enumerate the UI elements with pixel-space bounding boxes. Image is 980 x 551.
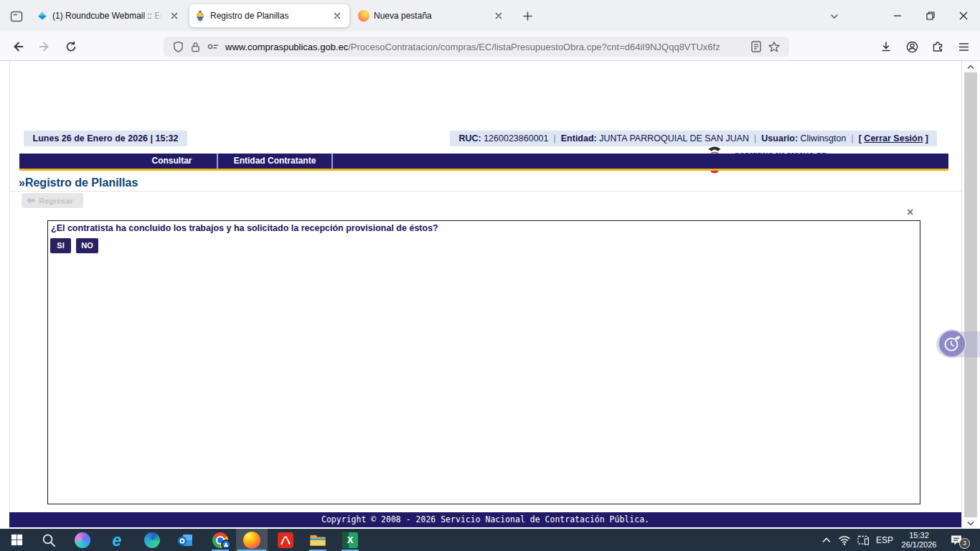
tray-display-button[interactable] — [854, 529, 872, 551]
minimize-icon — [893, 11, 902, 20]
tab-title: (1) Roundcube Webmail :: Entra — [52, 11, 163, 21]
main-menu: Consultar Entidad Contratante — [19, 154, 948, 169]
entity-value: JUNTA PARROQUIAL DE SAN JUAN — [599, 133, 749, 143]
tray-expand-button[interactable] — [818, 529, 835, 551]
gold-underline — [19, 169, 948, 171]
tray-clock[interactable]: 15:32 26/1/2026 — [897, 529, 941, 551]
bookmark-star-icon[interactable] — [768, 41, 780, 52]
chevron-up-icon — [822, 537, 831, 543]
file-explorer-icon — [309, 533, 326, 547]
reload-icon — [65, 41, 77, 52]
tray-date: 26/1/2026 — [897, 540, 941, 550]
menu-item-consultar[interactable]: Consultar — [127, 154, 217, 169]
extensions-puzzle-icon — [932, 41, 943, 52]
new-tab-button[interactable] — [518, 6, 537, 25]
taskbar: e X ESP 15:32 — [0, 529, 980, 551]
taskbar-firefox-button[interactable] — [236, 529, 268, 551]
start-button[interactable] — [1, 529, 32, 551]
taskbar-chrome-button[interactable] — [204, 529, 236, 551]
forward-arrow-icon — [38, 40, 51, 53]
browser-tabstrip: (1) Roundcube Webmail :: Entra Registro … — [0, 0, 980, 32]
scroll-down-button[interactable] — [964, 517, 977, 529]
no-button[interactable]: NO — [76, 238, 98, 253]
download-icon — [880, 41, 892, 52]
shield-icon[interactable] — [173, 41, 184, 52]
taskbar-explorer-button[interactable] — [302, 529, 334, 551]
si-button[interactable]: SI — [50, 238, 71, 253]
taskbar-copilot-button[interactable] — [67, 529, 98, 551]
screen-time-widget[interactable] — [938, 329, 966, 358]
taskbar-excel-button[interactable]: X — [334, 529, 366, 551]
restore-button[interactable] — [914, 0, 947, 32]
menu-button[interactable] — [953, 36, 974, 57]
page-scrollbar[interactable] — [964, 61, 977, 529]
lock-icon[interactable] — [191, 42, 200, 52]
page-left-edge — [9, 61, 10, 529]
back-arrow-icon — [11, 40, 24, 53]
chevron-down-icon — [967, 521, 974, 526]
browser-toolbar: www.compraspublicas.gob.ec/ProcesoContra… — [0, 32, 980, 61]
user-value: Cliwinsgton — [801, 133, 847, 143]
url-path: /ProcesoContratacion/compras/EC/listaPre… — [348, 42, 720, 52]
page-viewport: SERCOP Sistema Oficial de Contratación P… — [0, 61, 980, 529]
internet-explorer-icon: e — [113, 532, 122, 548]
tab-registro-planillas[interactable]: Registro de Planillas — [189, 4, 349, 27]
menu-item-entidad-contratante[interactable]: Entidad Contratante — [218, 154, 331, 169]
taskbar-edge-button[interactable] — [136, 529, 168, 551]
edge-icon — [144, 532, 160, 548]
taskbar-outlook-button[interactable] — [169, 529, 201, 551]
close-icon — [959, 11, 968, 20]
reload-button[interactable] — [60, 36, 82, 57]
session-bar: RUC: 1260023860001|Entidad: JUNTA PARROQ… — [450, 131, 937, 146]
permissions-icon[interactable] — [207, 42, 219, 52]
tab-close-icon[interactable] — [330, 9, 344, 23]
url-bar[interactable]: www.compraspublicas.gob.ec/ProcesoContra… — [164, 37, 789, 57]
firefox-view-icon — [9, 9, 24, 24]
copilot-icon — [75, 532, 90, 548]
separator: | — [754, 133, 756, 143]
ruc-label: RUC: — [458, 133, 481, 143]
separator: | — [851, 133, 853, 143]
close-window-button[interactable] — [947, 0, 980, 32]
taskbar-acrobat-button[interactable] — [270, 529, 301, 551]
wifi-icon — [838, 535, 851, 545]
extensions-button[interactable] — [927, 36, 948, 57]
excel-letter: X — [347, 534, 354, 545]
tray-wifi-button[interactable] — [835, 529, 854, 551]
tabs-list-button[interactable] — [825, 7, 844, 26]
logout-bracket: ] — [925, 133, 928, 143]
hamburger-icon — [958, 42, 969, 52]
dialog-panel: ¿El contratista ha concluido los trabajo… — [47, 220, 920, 504]
account-button[interactable] — [901, 36, 923, 57]
chevron-down-icon — [829, 11, 839, 22]
logout-link[interactable]: Cerrar Sesión — [864, 133, 923, 143]
dialog-close-button[interactable]: × — [907, 206, 913, 219]
reader-mode-icon[interactable] — [751, 41, 761, 52]
screen: (1) Roundcube Webmail :: Entra Registro … — [0, 0, 980, 551]
account-icon — [906, 41, 918, 53]
tab-close-icon[interactable] — [167, 9, 182, 23]
firefox-view-button[interactable] — [7, 7, 26, 26]
dialog-question: ¿El contratista ha concluido los trabajo… — [51, 223, 438, 233]
tab-roundcube[interactable]: (1) Roundcube Webmail :: Entra — [32, 4, 187, 27]
scroll-up-button[interactable] — [964, 61, 977, 72]
back-button[interactable] — [7, 36, 29, 57]
display-icon — [857, 535, 870, 545]
tab-nueva-pestana[interactable]: Nueva pestaña — [353, 4, 511, 27]
minimize-button[interactable] — [881, 0, 914, 32]
regresar-button[interactable]: Regresar — [22, 193, 83, 208]
downloads-button[interactable] — [875, 36, 897, 57]
tab-title: Registro de Planillas — [210, 11, 326, 21]
user-label: Usuario: — [761, 133, 798, 143]
taskbar-ie-button[interactable]: e — [101, 529, 133, 551]
taskbar-search-button[interactable] — [33, 529, 65, 551]
plus-icon — [523, 11, 532, 21]
clock-leaf-icon — [943, 334, 961, 353]
tray-language[interactable]: ESP — [872, 529, 897, 551]
tab-close-icon[interactable] — [491, 9, 506, 23]
logout-bracket: [ — [859, 133, 862, 143]
page-right-edge — [961, 61, 962, 529]
forward-button[interactable] — [34, 36, 55, 57]
tray-time: 15:32 — [897, 531, 941, 540]
chrome-profile-badge — [221, 540, 231, 550]
